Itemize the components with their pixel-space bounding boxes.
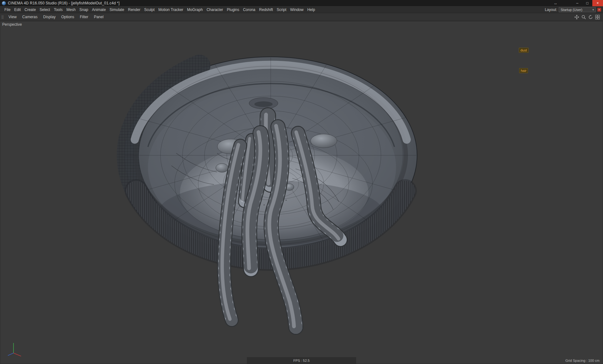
menu-item-window[interactable]: Window [288,8,306,12]
menu-item-redshift[interactable]: Redshift [257,8,275,12]
red-x-icon[interactable]: × [597,8,601,12]
axis-gizmo [5,340,24,359]
menu-item-mograph[interactable]: MoGraph [185,8,205,12]
fps-readout: FPS : 52.5 [247,357,356,364]
viewport-toolbar: ⣿ View Cameras Display Options Filter Pa… [0,13,603,21]
menu-item-sculpt[interactable]: Sculpt [142,8,156,12]
menu-item-corona[interactable]: Corona [241,8,257,12]
viewport-menu-filter[interactable]: Filter [77,15,91,19]
menu-item-plugins[interactable]: Plugins [225,8,241,12]
title-bar: CINEMA 4D R16.050 Studio (R16) - [jellyf… [0,0,603,6]
menu-item-character[interactable]: Character [205,8,225,12]
menu-item-mesh[interactable]: Mesh [64,8,77,12]
viewport-label: Perspective [2,22,22,27]
menu-item-create[interactable]: Create [23,8,38,12]
toolbar-grip[interactable]: ⣿ [0,15,6,19]
fps-text: FPS : 52.5 [293,359,310,362]
layout-area: Layout: Startup (User) ▾ × [545,7,603,12]
viewport-menu-cameras[interactable]: Cameras [19,15,41,19]
viewport-menu-display[interactable]: Display [41,15,58,19]
camera-pan-icon[interactable] [574,15,579,19]
dock-pin-icon[interactable]: ↔ [551,1,560,5]
camera-rotate-icon[interactable] [588,15,593,19]
minimize-button[interactable]: – [572,0,582,6]
menu-item-file[interactable]: File [3,8,12,12]
menu-item-snap[interactable]: Snap [78,8,90,12]
menu-item-edit[interactable]: Edit [12,8,23,12]
jellyfish-model[interactable] [0,21,603,364]
layout-dropdown[interactable]: Startup (User) ▾ [559,7,596,12]
viewport[interactable]: Perspective dust hair [0,21,603,364]
menu-item-script[interactable]: Script [275,8,288,12]
close-button[interactable]: × [592,0,603,6]
layout-label: Layout: [545,8,557,12]
viewport-menu-options[interactable]: Options [58,15,77,19]
maximize-button[interactable]: □ [582,0,592,6]
menu-item-tools[interactable]: Tools [52,8,64,12]
axis-z-line [8,353,14,356]
app-icon [2,1,6,5]
hud-tag-dust[interactable]: dust [519,48,529,53]
menu-item-motion-tracker[interactable]: Motion Tracker [156,8,185,12]
viewport-nav-icons [574,15,603,19]
menu-item-help[interactable]: Help [305,8,317,12]
viewport-toggle-icon[interactable] [595,15,600,19]
layout-dropdown-value: Startup (User) [561,8,582,12]
hud-tag-hair[interactable]: hair [519,68,528,73]
axis-x-line [14,353,21,356]
grid-spacing-label: Grid Spacing : 100 cm [565,359,600,362]
viewport-menu-panel[interactable]: Panel [91,15,106,19]
viewport-menu-view[interactable]: View [6,15,19,19]
menu-item-render[interactable]: Render [126,8,142,12]
camera-zoom-icon[interactable] [581,15,586,19]
menu-item-simulate[interactable]: Simulate [108,8,126,12]
main-menu-bar: File Edit Create Select Tools Mesh Snap … [0,6,603,13]
chevron-down-icon: ▾ [592,8,594,11]
menu-item-animate[interactable]: Animate [90,8,108,12]
menu-item-select[interactable]: Select [38,8,52,12]
window-title: CINEMA 4D R16.050 Studio (R16) - [jellyf… [8,1,120,5]
